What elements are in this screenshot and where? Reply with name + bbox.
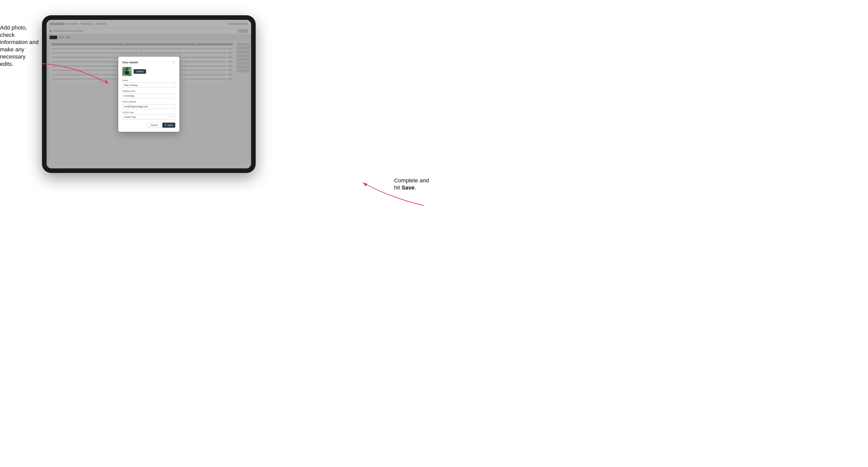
display-name-label: Display name (122, 90, 175, 92)
cancel-button[interactable]: Cancel (147, 123, 161, 128)
tablet-screen: User details × (46, 20, 251, 168)
modal-actions: Cancel ⬆ Save (122, 123, 175, 128)
name-field: Name (122, 79, 175, 88)
select-clear-icon[interactable]: ✕ (170, 116, 172, 118)
annotation-left: Add photo, check information and make an… (0, 24, 39, 68)
annotation-left-line2: information and (0, 39, 39, 45)
school-year-select-wrapper: Fourth Year First Year Second Year Third… (122, 115, 175, 120)
upload-photo-button[interactable]: Upload (133, 69, 146, 74)
annotation-left-line1: Add photo, check (0, 24, 27, 38)
modal-close-button[interactable]: × (172, 61, 175, 64)
save-button[interactable]: ⬆ Save (162, 123, 175, 128)
person-body (125, 71, 129, 74)
chevron-down-icon: ▾ (173, 116, 174, 118)
modal-title: User details (122, 61, 138, 64)
name-label: Name (122, 79, 175, 82)
school-year-field: School Year Fourth Year First Year Secon… (122, 111, 175, 120)
app-background: User details × (46, 20, 251, 168)
arrow-left-annotation (39, 61, 116, 92)
school-year-select[interactable]: Fourth Year First Year Second Year Third… (122, 115, 175, 120)
save-icon: ⬆ (165, 124, 167, 126)
svg-marker-1 (363, 183, 367, 186)
email-input[interactable] (122, 104, 175, 109)
annotation-left-line3: make any (0, 46, 24, 53)
avatar (122, 67, 131, 76)
avatar-image (122, 67, 131, 76)
modal-photo-row: Upload (122, 67, 175, 76)
save-label: Save (167, 124, 173, 126)
person-silhouette (124, 68, 129, 75)
display-name-input[interactable] (122, 93, 175, 98)
modal-title-row: User details × (122, 61, 175, 64)
tablet-device: User details × (42, 15, 256, 173)
modal-overlay: User details × (46, 20, 251, 168)
annotation-left-line4: necessary edits. (0, 54, 25, 67)
name-input[interactable] (122, 83, 175, 88)
arrow-right-annotation (355, 173, 426, 208)
email-label: Email address (122, 100, 175, 103)
display-name-field: Display name (122, 90, 175, 98)
person-head (126, 68, 128, 70)
school-year-label: School Year (122, 111, 175, 114)
email-field: Email address (122, 100, 175, 109)
user-details-modal: User details × (118, 57, 179, 132)
